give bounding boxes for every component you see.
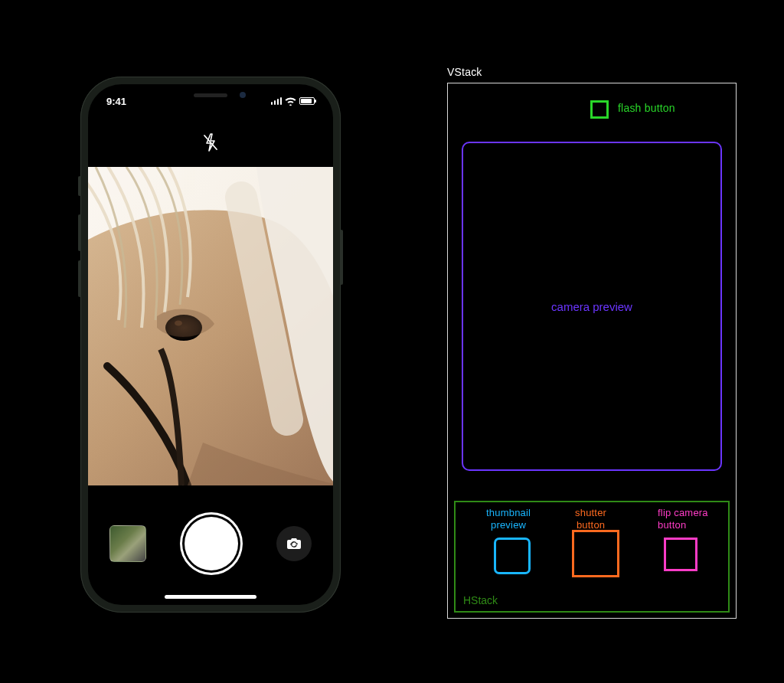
status-right <box>271 97 315 106</box>
horse-photo <box>88 167 333 485</box>
power-button <box>340 230 343 285</box>
mute-switch <box>78 176 81 196</box>
flash-off-icon[interactable] <box>202 133 219 152</box>
camera-preview[interactable] <box>88 167 333 485</box>
cellular-signal-icon <box>271 97 283 105</box>
flash-toolbar <box>88 126 333 159</box>
wifi-icon <box>285 97 296 106</box>
layout-diagram: VStack flash button camera preview thumb… <box>447 66 737 619</box>
front-camera <box>240 92 246 98</box>
camera-preview-label: camera preview <box>551 300 632 313</box>
iphone-device-frame: 9:41 <box>80 77 341 613</box>
earpiece-speaker <box>194 93 227 97</box>
hstack-label: HStack <box>463 594 498 606</box>
shutter-button-label: shutterbutton <box>575 507 606 532</box>
notch <box>149 84 272 106</box>
home-indicator[interactable] <box>165 595 256 599</box>
camera-preview-box: camera preview <box>462 142 722 471</box>
camera-controls <box>88 505 333 582</box>
vstack-label: VStack <box>447 66 737 78</box>
thumbnail-preview-box <box>494 538 531 574</box>
flip-camera-box <box>664 538 697 571</box>
flash-button-label: flash button <box>618 102 675 114</box>
flash-button-box <box>590 100 609 119</box>
battery-icon <box>299 97 315 105</box>
volume-up-button <box>78 214 81 251</box>
flip-camera-label: flip camerabutton <box>658 507 708 532</box>
shutter-button[interactable] <box>185 517 238 570</box>
vstack-box: flash button camera preview thumbnailpre… <box>447 83 737 619</box>
screen: 9:41 <box>88 84 333 605</box>
thumbnail-preview-label: thumbnailpreview <box>486 507 531 532</box>
shutter-button-box <box>572 530 619 577</box>
flip-camera-button[interactable] <box>276 526 312 561</box>
camera-flip-icon <box>286 537 302 551</box>
volume-down-button <box>78 260 81 297</box>
thumbnail-preview[interactable] <box>109 525 146 562</box>
hstack-box: thumbnailpreview shutterbutton flip came… <box>454 501 730 613</box>
status-time: 9:41 <box>106 96 126 107</box>
